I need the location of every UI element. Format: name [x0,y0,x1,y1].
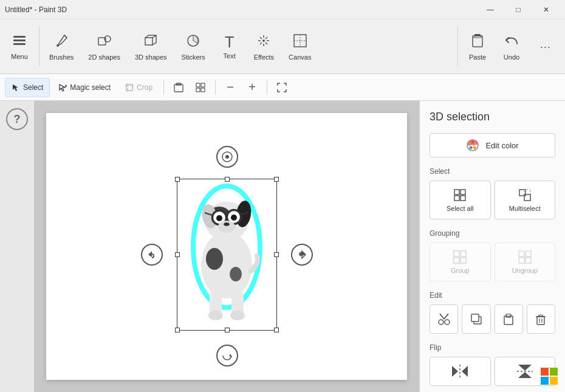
minimize-button[interactable]: — [476,0,504,19]
ms-logo-blue [541,377,549,385]
crop-button[interactable]: Crop [119,78,159,97]
2dshapes-icon [97,33,112,51]
more-icon: ··· [540,41,551,52]
edit-section-label: Edit [430,291,555,300]
brushes-label: Brushes [49,53,74,61]
rotate-handle-right[interactable] [291,244,313,266]
toolbar-sep-3 [267,80,267,95]
edit-buttons [430,304,555,334]
svg-point-78 [445,320,450,325]
dog-container [166,162,287,332]
svg-rect-76 [526,258,531,263]
ribbon-item-brushes[interactable]: Brushes [42,19,81,74]
flip-horizontal-icon [451,363,469,379]
ribbon-item-more[interactable]: ··· [529,19,563,74]
color-palette-icon [466,139,479,152]
svg-line-15 [265,37,267,39]
ungroup-button: Ungroup [495,242,556,281]
maximize-button[interactable]: □ [504,0,532,19]
canvas-area[interactable] [34,101,419,392]
flip-horizontal-button[interactable] [430,357,491,386]
svg-rect-28 [196,83,200,87]
ribbon-item-paste[interactable]: Paste [461,19,495,74]
svg-point-32 [222,152,232,162]
multiselect-label: Multiselect [509,205,541,212]
rotate-handle-bottom[interactable] [216,345,238,366]
svg-point-46 [231,215,237,221]
zoom-out-button[interactable]: − [221,78,240,97]
stickers-icon [185,33,201,51]
zoom-in-button[interactable]: + [242,78,262,97]
help-panel: ? [0,101,34,392]
handle-bottom-left[interactable] [175,328,180,332]
cut-button[interactable] [430,304,458,334]
delete-button[interactable] [527,304,555,334]
svg-rect-86 [537,317,544,325]
ribbon-item-text[interactable]: T Text [213,19,247,74]
ribbon-item-stickers[interactable]: Stickers [174,19,213,74]
paste-canvas-button[interactable] [169,78,188,97]
paste-label: Paste [469,53,486,61]
svg-marker-94 [462,366,468,377]
select-buttons: Select all Multiselect [430,181,555,219]
cut-icon [437,312,451,326]
svg-rect-90 [539,315,542,317]
select-section-label: Select [430,167,555,176]
handle-bottom-right[interactable] [274,328,279,332]
ribbon-item-undo[interactable]: Undo [495,19,529,74]
select-all-button[interactable]: Select all [430,181,491,219]
effects-label: Effects [254,53,274,61]
multiselect-button[interactable]: Multiselect [495,181,556,219]
handle-bottom-center[interactable] [225,328,230,332]
svg-rect-68 [454,251,459,256]
grid-button[interactable] [191,78,210,97]
ungroup-label: Ungroup [512,267,538,274]
canvas-inner[interactable] [46,113,407,380]
svg-rect-30 [196,88,200,92]
2dshapes-label: 2D shapes [88,53,120,61]
svg-point-57 [230,311,245,320]
ribbon-item-canvas[interactable]: Canvas [281,19,318,74]
panel-title: 3D selection [430,111,555,123]
svg-rect-22 [474,36,481,38]
flip-vertical-icon [516,363,534,379]
ms-logo-green [550,368,558,376]
close-button[interactable]: ✕ [532,0,560,19]
svg-rect-65 [461,196,465,201]
rotate-handle-left[interactable] [141,244,163,266]
paste-icon [470,33,485,51]
ribbon-item-3dshapes[interactable]: 3D shapes [128,19,174,74]
svg-point-45 [216,215,222,221]
edit-color-button[interactable]: Edit color [430,133,555,157]
ribbon-item-menu[interactable]: Menu [2,19,36,74]
svg-point-61 [471,141,474,144]
group-button: Group [430,242,491,281]
copy-button[interactable] [462,304,490,334]
ribbon-item-2dshapes[interactable]: 2D shapes [81,19,128,74]
svg-rect-73 [519,251,524,256]
svg-point-56 [208,311,223,320]
brushes-icon [53,33,69,51]
svg-rect-85 [507,314,510,316]
canvas-icon [292,33,308,51]
ribbon-item-effects[interactable]: Effects [247,19,281,74]
select-tool-button[interactable]: Select [5,78,50,97]
svg-point-3 [56,44,59,47]
title-bar-controls: — □ ✕ [476,0,560,19]
select-all-icon [453,188,467,202]
magic-select-button[interactable]: Magic select [52,78,117,97]
ms-logo-red [541,368,549,376]
undo-label: Undo [504,53,519,61]
fullscreen-button[interactable] [272,78,292,97]
help-button[interactable]: ? [6,108,28,130]
text-icon: T [225,34,235,50]
svg-rect-0 [13,36,26,38]
rotate-handle-top[interactable] [216,146,238,168]
svg-point-77 [439,320,443,325]
ungroup-icon [518,250,532,264]
svg-marker-97 [518,372,532,378]
text-label: Text [224,52,236,60]
svg-rect-74 [526,251,531,256]
paste-edit-button[interactable] [495,304,523,334]
main-area: ? [0,101,565,392]
